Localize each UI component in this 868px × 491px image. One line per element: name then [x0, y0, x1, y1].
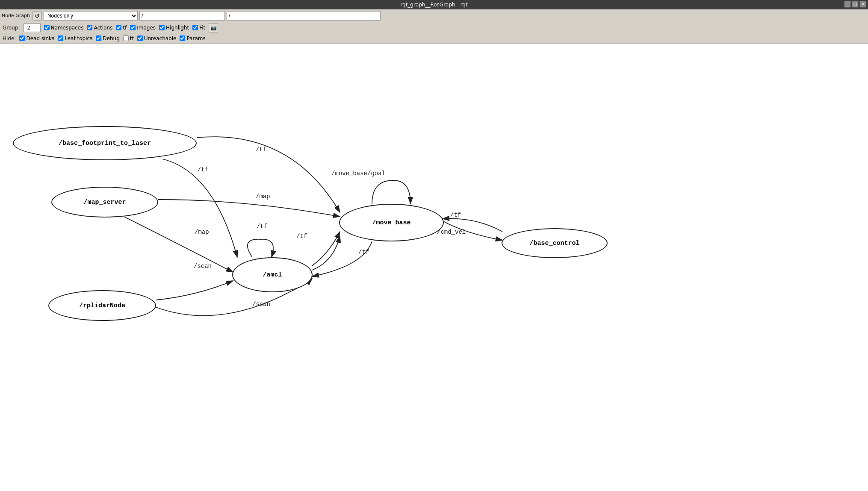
- edge-amcl-to-move-base-tf1: [312, 232, 340, 266]
- screenshot-button[interactable]: 📷: [209, 23, 218, 32]
- group-spinbox[interactable]: [24, 24, 41, 32]
- fit-checkbox[interactable]: [192, 25, 198, 30]
- edge-label-map2: /map: [195, 229, 209, 235]
- node-amcl-label: /amcl: [263, 271, 282, 279]
- edge-amcl-self-tf: [248, 239, 273, 257]
- unreachable-label: Unreachable: [144, 35, 177, 41]
- cb-images-label[interactable]: Images: [130, 25, 156, 31]
- edge-base-footprint-to-move-base-tf: [197, 137, 340, 212]
- graph-canvas: /base_footprint_to_laser /map_server /mo…: [0, 44, 868, 491]
- edge-label-scan2: /scan: [252, 301, 270, 308]
- hide-params-label[interactable]: Params: [180, 35, 205, 41]
- actions-label: Actions: [94, 25, 112, 31]
- topic-filter-input[interactable]: [227, 11, 381, 21]
- fit-label: Fit: [199, 25, 205, 31]
- edge-map-server-to-move-base-map: [158, 200, 340, 217]
- edge-rplidar-to-amcl-scan: [156, 281, 233, 300]
- node-map-server[interactable]: /map_server: [51, 187, 158, 218]
- node-base-control[interactable]: /base_control: [502, 228, 608, 258]
- highlight-label: Highlight: [166, 25, 189, 31]
- cb-highlight-label[interactable]: Highlight: [159, 25, 189, 31]
- cb-tf-label[interactable]: tf: [116, 25, 127, 31]
- hide-params-checkbox[interactable]: [180, 35, 185, 41]
- actions-checkbox[interactable]: [87, 25, 92, 30]
- toolbar-row3: Hide: Dead sinks Leaf topics Debug tf Un…: [0, 33, 868, 44]
- edge-label-cmd-vel: /cmd_vel: [437, 229, 466, 235]
- maximize-button[interactable]: □: [852, 1, 859, 8]
- minimize-button[interactable]: _: [844, 1, 851, 8]
- node-base-footprint-to-laser[interactable]: /base_footprint_to_laser: [13, 126, 197, 160]
- group-label: Group:: [3, 25, 20, 31]
- title-text: rqt_graph__RosGraph - rqt: [400, 2, 467, 8]
- edge-label-tf4: /tf: [296, 233, 307, 240]
- panel-label: Node Graph: [2, 13, 30, 18]
- node-move-base-label: /move_base: [372, 219, 410, 226]
- edge-label-tf3: /tf: [257, 223, 267, 230]
- cb-fit-label[interactable]: Fit: [192, 25, 205, 31]
- node-move-base[interactable]: /move_base: [339, 204, 444, 241]
- node-rplidar-label: /rplidarNode: [79, 302, 125, 309]
- edge-label-move-base-goal: /move_base/goal: [331, 170, 385, 177]
- edge-label-tf5: /tf: [358, 249, 369, 256]
- window-controls: _ □ ✕: [844, 1, 866, 8]
- highlight-checkbox[interactable]: [159, 25, 165, 30]
- tf-checkbox[interactable]: [116, 25, 121, 30]
- display-mode-dropdown[interactable]: Nodes only Nodes/Topics (all) Nodes/Topi…: [44, 11, 138, 21]
- namespaces-label: Namespaces: [51, 25, 84, 31]
- node-base-control-label: /base_control: [529, 240, 579, 247]
- namespace-filter-input[interactable]: [139, 11, 225, 21]
- hide-tf-label[interactable]: tf: [123, 35, 134, 41]
- dead-sinks-label: Dead sinks: [26, 35, 54, 41]
- cb-actions-label[interactable]: Actions: [87, 25, 112, 31]
- leaf-topics-label: Leaf topics: [65, 35, 92, 41]
- node-base-footprint-to-laser-label: /base_footprint_to_laser: [59, 140, 151, 147]
- hide-tf-text: tf: [130, 35, 134, 41]
- edge-base-footprint-to-amcl-tf: [162, 159, 237, 257]
- edge-map-server-to-amcl-map: [124, 217, 233, 272]
- hide-dead-sinks-checkbox[interactable]: [19, 35, 25, 41]
- edge-label-map1: /map: [256, 193, 270, 200]
- edge-move-base-to-amcl-tf: [312, 241, 372, 276]
- namespaces-checkbox[interactable]: [44, 25, 50, 30]
- debug-label: Debug: [103, 35, 119, 41]
- node-map-server-label: /map_server: [83, 199, 126, 206]
- hide-leaf-topics-label[interactable]: Leaf topics: [58, 35, 92, 41]
- edge-move-base-self-goal: [372, 180, 410, 204]
- tf-label: tf: [123, 25, 127, 31]
- edge-label-tf6: /tf: [450, 212, 461, 218]
- params-label: Params: [186, 35, 205, 41]
- refresh-button[interactable]: ↺: [32, 11, 42, 21]
- hide-debug-checkbox[interactable]: [96, 35, 101, 41]
- hide-leaf-topics-checkbox[interactable]: [58, 35, 63, 41]
- cb-namespaces-label[interactable]: Namespaces: [44, 25, 84, 31]
- hide-unreachable-label[interactable]: Unreachable: [137, 35, 177, 41]
- toolbar-row2: Group: Namespaces Actions tf Images High…: [0, 22, 868, 33]
- hide-debug-label[interactable]: Debug: [96, 35, 119, 41]
- images-label: Images: [137, 25, 156, 31]
- node-rplidar[interactable]: /rplidarNode: [48, 290, 156, 321]
- hide-dead-sinks-label[interactable]: Dead sinks: [19, 35, 54, 41]
- hide-tf-checkbox[interactable]: [123, 35, 129, 41]
- title-bar: rqt_graph__RosGraph - rqt _ □ ✕: [0, 0, 868, 9]
- images-checkbox[interactable]: [130, 25, 136, 30]
- edge-label-scan1: /scan: [194, 263, 212, 270]
- hide-unreachable-checkbox[interactable]: [137, 35, 143, 41]
- toolbar-row1: Node Graph ↺ Nodes only Nodes/Topics (al…: [0, 9, 868, 22]
- edge-label-tf2: /tf: [198, 166, 208, 173]
- edge-amcl-to-move-base-tf2: [312, 236, 340, 270]
- graph-svg: [0, 44, 868, 491]
- node-amcl[interactable]: /amcl: [232, 257, 313, 292]
- edge-label-tf1: /tf: [256, 146, 266, 153]
- hide-label: Hide:: [3, 35, 16, 41]
- close-button[interactable]: ✕: [859, 1, 866, 8]
